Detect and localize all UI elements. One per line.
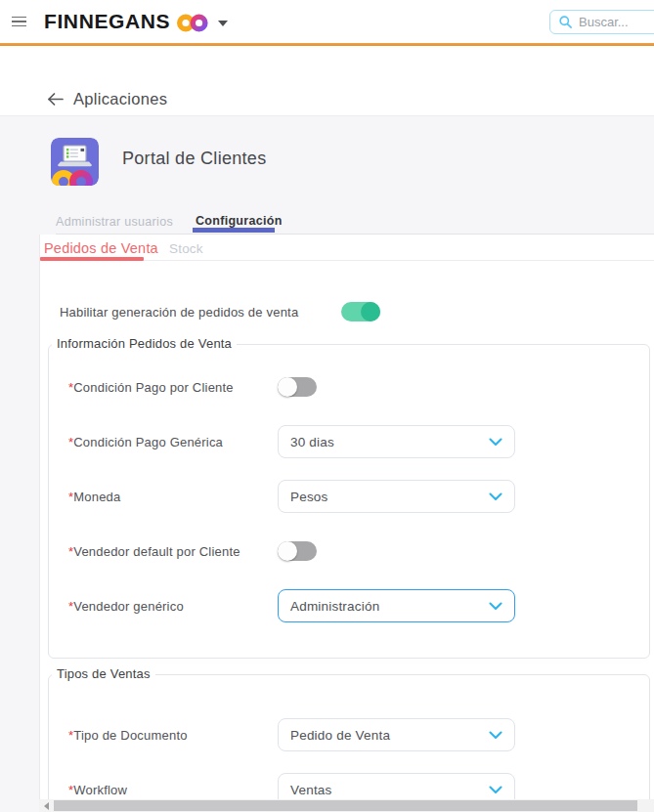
chevron-down-icon xyxy=(489,492,502,501)
subtab-row-divider xyxy=(144,260,654,261)
left-gutter xyxy=(0,235,39,812)
section-legend: Información Pedidos de Venta xyxy=(52,336,237,351)
field-label-text: Workflow xyxy=(73,783,127,797)
tab-administrar-usuarios[interactable]: Administrar usuarios xyxy=(56,215,173,229)
moneda-select[interactable]: Pesos xyxy=(278,480,515,513)
form-row: *Vendedor genérico Administración xyxy=(68,589,649,622)
select-value: Pedido de Venta xyxy=(290,728,390,743)
chevron-down-icon xyxy=(489,731,502,740)
vendedor-default-cliente-toggle[interactable] xyxy=(278,541,317,561)
field-label: *Workflow xyxy=(68,783,278,797)
enable-orders-label: Habilitar generación de pedidos de venta xyxy=(60,305,298,320)
form-row: *Moneda Pesos xyxy=(68,480,649,513)
brand-name: FINNEGANS xyxy=(44,10,170,33)
app-header-band: Portal de Clientes Administrar usuarios … xyxy=(0,115,654,235)
back-to-applications-link[interactable]: Aplicaciones xyxy=(47,90,167,108)
screen: FINNEGANS Aplicaciones xyxy=(0,0,654,812)
section-tipos-de-ventas: Tipos de Ventas *Tipo de Documento Pedid… xyxy=(48,674,650,812)
scrollbar-thumb[interactable] xyxy=(54,800,637,811)
top-header: FINNEGANS xyxy=(0,0,654,43)
tipo-documento-select[interactable]: Pedido de Venta xyxy=(278,718,515,751)
back-link-label: Aplicaciones xyxy=(73,90,167,108)
enable-orders-toggle[interactable] xyxy=(341,302,380,321)
field-label: *Vendedor default por Cliente xyxy=(68,544,278,559)
vendedor-generico-select[interactable]: Administración xyxy=(278,589,515,622)
search-box[interactable] xyxy=(549,10,654,34)
section-legend: Tipos de Ventas xyxy=(52,666,155,681)
subtab-stock[interactable]: Stock xyxy=(169,241,203,256)
field-label-text: Moneda xyxy=(73,490,120,504)
select-value: Ventas xyxy=(290,783,332,797)
section-informacion-pedidos: Información Pedidos de Venta *Condición … xyxy=(48,344,650,659)
field-label-text: Condición Pago Genérica xyxy=(73,435,223,449)
page-title: Portal de Clientes xyxy=(122,149,266,169)
field-label-text: Condición Pago por Cliente xyxy=(73,380,233,395)
scroll-left-arrow-icon[interactable] xyxy=(39,799,54,812)
field-label-text: Vendedor default por Cliente xyxy=(73,544,240,559)
tab-configuracion[interactable]: Configuración xyxy=(196,214,283,228)
hamburger-menu-icon[interactable] xyxy=(8,10,31,33)
form-row: *Condición Pago por Cliente xyxy=(68,370,649,404)
header-accent-bar xyxy=(0,43,654,46)
condicion-pago-cliente-toggle[interactable] xyxy=(278,377,317,397)
form-row: *Tipo de Documento Pedido de Venta xyxy=(68,718,649,751)
chevron-down-icon[interactable] xyxy=(218,21,228,26)
field-label: *Condición Pago por Cliente xyxy=(68,380,278,395)
select-value: Administración xyxy=(290,599,379,614)
chevron-down-icon xyxy=(489,438,502,447)
field-label: *Condición Pago Genérica xyxy=(68,435,278,449)
chevron-down-icon xyxy=(489,786,502,794)
horizontal-scrollbar[interactable] xyxy=(39,799,654,812)
condicion-pago-generica-select[interactable]: 30 dias xyxy=(278,425,515,458)
select-value: 30 dias xyxy=(290,435,334,449)
active-tab-underline xyxy=(193,228,275,233)
field-label: *Tipo de Documento xyxy=(68,728,278,743)
field-label-text: Vendedor genérico xyxy=(73,599,184,614)
arrow-left-icon xyxy=(47,92,64,107)
subtab-pedidos-de-venta[interactable]: Pedidos de Venta xyxy=(44,240,158,256)
configuration-panel: Pedidos de Venta Stock Habilitar generac… xyxy=(39,235,654,812)
form-row: *Vendedor default por Cliente xyxy=(68,534,649,568)
finnegans-logo-icon xyxy=(177,12,209,34)
form-row: *Condición Pago Genérica 30 dias xyxy=(68,425,649,458)
toggle-knob xyxy=(361,302,380,321)
toggle-knob xyxy=(278,377,297,397)
chevron-down-icon xyxy=(489,602,502,611)
field-label-text: Tipo de Documento xyxy=(73,728,187,743)
search-input[interactable] xyxy=(579,15,654,29)
select-value: Pesos xyxy=(290,490,328,504)
field-label: *Moneda xyxy=(68,490,278,504)
toggle-knob xyxy=(278,541,297,561)
field-label: *Vendedor genérico xyxy=(68,599,278,614)
active-subtab-underline xyxy=(40,257,144,261)
search-icon xyxy=(558,15,573,29)
portal-clientes-app-icon xyxy=(51,138,99,186)
